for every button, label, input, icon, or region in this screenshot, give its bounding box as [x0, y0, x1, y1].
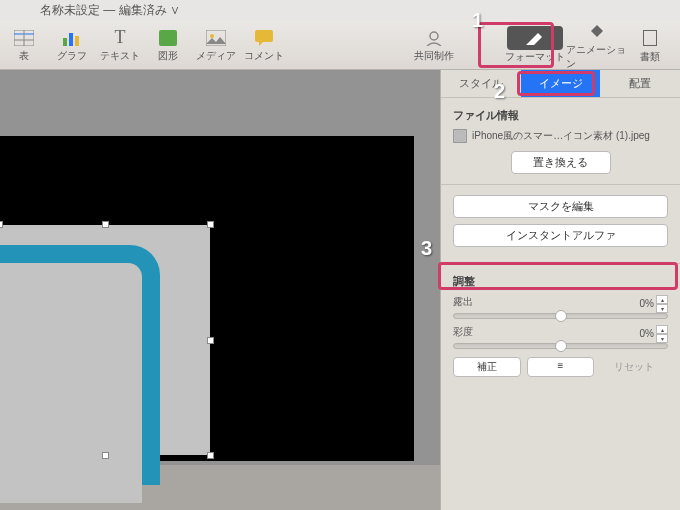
saturation-stepper[interactable]: ▴ ▾	[656, 325, 668, 341]
resize-handle[interactable]	[0, 221, 3, 228]
toolbar-comment[interactable]: コメント	[240, 20, 288, 69]
levels-button[interactable]: ≡	[527, 357, 595, 377]
window-titlebar: 名称未設定 — 編集済み ∨	[0, 0, 680, 20]
saturation-label: 彩度	[453, 325, 473, 341]
toolbar-animation[interactable]: アニメーション	[566, 19, 628, 71]
adjust-title: 調整	[453, 274, 668, 289]
chart-icon	[62, 27, 82, 49]
resize-handle[interactable]	[207, 337, 214, 344]
toolbar-text[interactable]: T テキスト	[96, 20, 144, 69]
exposure-value: 0%	[640, 298, 654, 309]
phone-graphic	[0, 245, 160, 485]
file-info-title: ファイル情報	[453, 108, 668, 123]
slider-thumb[interactable]	[555, 310, 567, 322]
animation-icon	[569, 19, 625, 43]
resize-handle[interactable]	[207, 221, 214, 228]
annotation-number-1: 1	[472, 9, 483, 32]
inspector-panel: スタイル イメージ 配置 ファイル情報 iPhone風のスマー…イコン素材 (1…	[440, 70, 680, 510]
chevron-down-icon[interactable]: ▾	[656, 304, 668, 313]
svg-point-11	[430, 32, 438, 40]
auto-correct-button[interactable]: 補正	[453, 357, 521, 377]
annotation-number-2: 2	[494, 80, 505, 103]
file-info-section: ファイル情報 iPhone風のスマー…イコン素材 (1).jpeg 置き換える	[441, 98, 680, 184]
selected-image[interactable]	[0, 225, 210, 455]
svg-rect-6	[75, 36, 79, 46]
chevron-up-icon[interactable]: ▴	[656, 325, 668, 334]
media-icon	[206, 27, 226, 49]
toolbar: 表 グラフ T テキスト 図形 メディア コメント 共同制作 フォーマッ	[0, 20, 680, 70]
document-title: 名称未設定 — 編集済み ∨	[40, 2, 180, 19]
replace-button[interactable]: 置き換える	[511, 151, 611, 174]
resize-handle[interactable]	[102, 452, 109, 459]
svg-rect-5	[69, 33, 73, 46]
svg-point-9	[210, 34, 214, 38]
inspector-tabs: スタイル イメージ 配置	[441, 70, 680, 98]
shape-icon	[159, 27, 177, 49]
tab-arrange[interactable]: 配置	[600, 70, 680, 97]
file-name: iPhone風のスマー…イコン素材 (1).jpeg	[472, 129, 650, 143]
resize-handle[interactable]	[102, 221, 109, 228]
saturation-slider[interactable]	[453, 343, 668, 349]
exposure-stepper[interactable]: ▴ ▾	[656, 295, 668, 311]
instant-alpha-button[interactable]: インスタントアルファ	[453, 224, 668, 247]
text-icon: T	[115, 27, 126, 49]
svg-rect-4	[63, 38, 67, 46]
toolbar-document[interactable]: 書類	[628, 26, 672, 64]
mask-section: マスクを編集 インスタントアルファ	[441, 185, 680, 263]
adjust-section: 調整 露出 0% ▴ ▾ 彩度 0% ▴	[441, 264, 680, 387]
exposure-slider[interactable]	[453, 313, 668, 319]
toolbar-chart[interactable]: グラフ	[48, 20, 96, 69]
file-thumbnail-icon	[453, 129, 467, 143]
svg-rect-10	[255, 30, 273, 42]
collab-icon	[424, 27, 444, 49]
tab-style[interactable]: スタイル	[441, 70, 521, 97]
table-icon	[14, 27, 34, 49]
tab-image[interactable]: イメージ	[521, 70, 601, 97]
chevron-down-icon[interactable]: ▾	[656, 334, 668, 343]
reset-button[interactable]: リセット	[600, 357, 668, 377]
document-icon	[630, 26, 670, 50]
toolbar-shape[interactable]: 図形	[144, 20, 192, 69]
resize-handle[interactable]	[207, 452, 214, 459]
canvas[interactable]	[0, 70, 440, 465]
toolbar-collab[interactable]: 共同制作	[404, 20, 464, 69]
chevron-up-icon[interactable]: ▴	[656, 295, 668, 304]
toolbar-format[interactable]: フォーマット	[504, 26, 566, 64]
format-icon	[507, 26, 563, 50]
svg-rect-7	[159, 30, 177, 46]
annotation-number-3: 3	[421, 237, 432, 260]
saturation-value: 0%	[640, 328, 654, 339]
edit-mask-button[interactable]: マスクを編集	[453, 195, 668, 218]
toolbar-table[interactable]: 表	[0, 20, 48, 69]
exposure-label: 露出	[453, 295, 473, 311]
toolbar-media[interactable]: メディア	[192, 20, 240, 69]
svg-rect-12	[643, 30, 657, 46]
slider-thumb[interactable]	[555, 340, 567, 352]
comment-icon	[255, 27, 273, 49]
